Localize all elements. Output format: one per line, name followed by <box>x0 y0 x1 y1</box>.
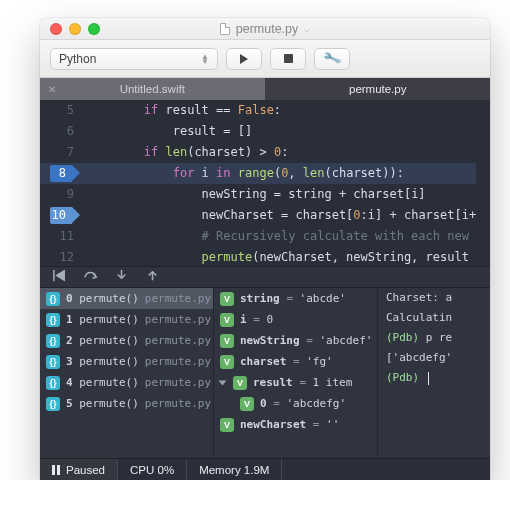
var-badge-icon: V <box>220 334 234 348</box>
line-number[interactable]: 5 <box>40 100 74 121</box>
line-number[interactable]: 12 <box>40 247 74 266</box>
var-text: result = 1 item <box>253 376 352 389</box>
var-text: newString = 'abcdef' <box>240 334 372 347</box>
step-out-button[interactable] <box>145 268 160 286</box>
play-icon <box>240 54 248 64</box>
status-state[interactable]: Paused <box>40 459 118 480</box>
code-line[interactable]: if len(charset) > 0: <box>86 142 476 163</box>
var-text: string = 'abcde' <box>240 292 346 305</box>
var-badge-icon: V <box>240 397 254 411</box>
titlebar: permute.py ⌵ <box>40 18 490 40</box>
stack-frame[interactable]: {}4 permute()permute.py:12 <box>40 372 213 393</box>
disclosure-triangle-icon[interactable] <box>219 380 227 385</box>
frame-location: permute.py:12 <box>145 355 214 368</box>
stop-icon <box>284 54 293 63</box>
code-line[interactable]: for i in range(0, len(charset)): <box>40 163 476 184</box>
status-cpu: CPU 0% <box>118 459 187 480</box>
console-line[interactable]: (Pdb) p re <box>378 328 490 348</box>
text-cursor <box>428 372 429 385</box>
variable-row[interactable]: VnewString = 'abcdef' <box>214 330 377 351</box>
debug-panes: {}0 permute()permute.py:8{}1 permute()pe… <box>40 288 490 458</box>
frame-label: 3 permute() <box>66 355 139 368</box>
tab-untitled-swift[interactable]: ✕Untitled.swift <box>40 78 266 100</box>
variable-row[interactable]: Vi = 0 <box>214 309 377 330</box>
run-button[interactable] <box>226 48 262 70</box>
document-icon <box>220 23 230 35</box>
code-line[interactable]: newCharset = charset[0:i] + charset[i+ <box>86 205 476 226</box>
variable-row[interactable]: Vcharset = 'fg' <box>214 351 377 372</box>
frame-location: permute.py:12 <box>145 334 214 347</box>
toolbar: Python ▲▼ 🔧 <box>40 40 490 78</box>
code-line[interactable]: # Recursively calculate with each new <box>86 226 476 247</box>
settings-button[interactable]: 🔧 <box>314 48 350 70</box>
code-line[interactable]: result = [] <box>86 121 476 142</box>
breakpoint-marker[interactable]: 8 <box>50 165 72 182</box>
var-badge-icon: V <box>233 376 247 390</box>
var-badge-icon: V <box>220 313 234 327</box>
line-number[interactable]: 7 <box>40 142 74 163</box>
title-dropdown-icon[interactable]: ⌵ <box>304 23 310 34</box>
frame-location: permute.py:12 <box>145 313 214 326</box>
window-title-text: permute.py <box>236 22 299 36</box>
code-line[interactable]: if result == False: <box>86 100 476 121</box>
stack-frame[interactable]: {}1 permute()permute.py:12 <box>40 309 213 330</box>
frame-badge-icon: {} <box>46 376 60 390</box>
var-badge-icon: V <box>220 355 234 369</box>
stack-frame[interactable]: {}5 permute()permute.py:12 <box>40 393 213 414</box>
stack-frame[interactable]: {}3 permute()permute.py:12 <box>40 351 213 372</box>
code-line[interactable]: permute(newCharset, newString, result <box>86 247 476 266</box>
call-stack-pane[interactable]: {}0 permute()permute.py:8{}1 permute()pe… <box>40 288 214 458</box>
minimize-window-icon[interactable] <box>69 23 81 35</box>
variable-row[interactable]: VnewCharset = '' <box>214 414 377 435</box>
window-controls <box>50 23 100 35</box>
frame-badge-icon: {} <box>46 397 60 411</box>
step-over-button[interactable] <box>83 268 98 286</box>
code-editor[interactable]: 56789101112 if result == False: result =… <box>40 100 490 266</box>
tab-permute-py[interactable]: permute.py <box>266 78 491 100</box>
pause-icon <box>52 465 60 475</box>
console-line[interactable]: Charset: a <box>378 288 490 308</box>
language-selector[interactable]: Python ▲▼ <box>50 48 218 70</box>
frame-label: 2 permute() <box>66 334 139 347</box>
variables-pane[interactable]: Vstring = 'abcde'Vi = 0VnewString = 'abc… <box>214 288 378 458</box>
console-line[interactable]: (Pdb) <box>378 368 490 388</box>
line-number[interactable]: 9 <box>40 184 74 205</box>
variable-row[interactable]: V0 = 'abcdefg' <box>214 393 377 414</box>
var-text: charset = 'fg' <box>240 355 333 368</box>
wrench-icon: 🔧 <box>322 49 342 69</box>
updown-icon: ▲▼ <box>201 54 209 64</box>
variable-row[interactable]: Vstring = 'abcde' <box>214 288 377 309</box>
var-badge-icon: V <box>220 418 234 432</box>
line-number[interactable]: 6 <box>40 121 74 142</box>
var-text: i = 0 <box>240 313 273 326</box>
frame-location: permute.py:12 <box>145 397 214 410</box>
frame-label: 0 permute() <box>66 292 139 305</box>
close-tab-icon[interactable]: ✕ <box>48 84 56 95</box>
frame-label: 4 permute() <box>66 376 139 389</box>
stack-frame[interactable]: {}2 permute()permute.py:12 <box>40 330 213 351</box>
code-line[interactable]: newString = string + charset[i] <box>86 184 476 205</box>
app-window: permute.py ⌵ Python ▲▼ 🔧 ✕Untitled.swift… <box>40 18 490 480</box>
var-text: newCharset = '' <box>240 418 339 431</box>
var-text: 0 = 'abcdefg' <box>260 397 346 410</box>
close-window-icon[interactable] <box>50 23 62 35</box>
frame-badge-icon: {} <box>46 334 60 348</box>
zoom-window-icon[interactable] <box>88 23 100 35</box>
window-title: permute.py ⌵ <box>40 22 490 36</box>
frame-location: permute.py:12 <box>145 376 214 389</box>
frame-location: permute.py:8 <box>145 292 214 305</box>
stop-button[interactable] <box>270 48 306 70</box>
debug-toolbar <box>40 266 490 288</box>
console-line[interactable]: Calculatin <box>378 308 490 328</box>
variable-row[interactable]: Vresult = 1 item <box>214 372 377 393</box>
code-area[interactable]: if result == False: result = [] if len(c… <box>82 100 476 266</box>
stack-frame[interactable]: {}0 permute()permute.py:8 <box>40 288 213 309</box>
continue-button[interactable] <box>52 268 67 286</box>
console-line[interactable]: ['abcdefg' <box>378 348 490 368</box>
editor-tabs: ✕Untitled.swiftpermute.py <box>40 78 490 100</box>
console-pane[interactable]: Charset: a Calculatin(Pdb) p re['abcdefg… <box>378 288 490 458</box>
frame-label: 1 permute() <box>66 313 139 326</box>
breakpoint-marker[interactable]: 10 <box>50 207 72 224</box>
step-in-button[interactable] <box>114 268 129 286</box>
line-number[interactable]: 11 <box>40 226 74 247</box>
